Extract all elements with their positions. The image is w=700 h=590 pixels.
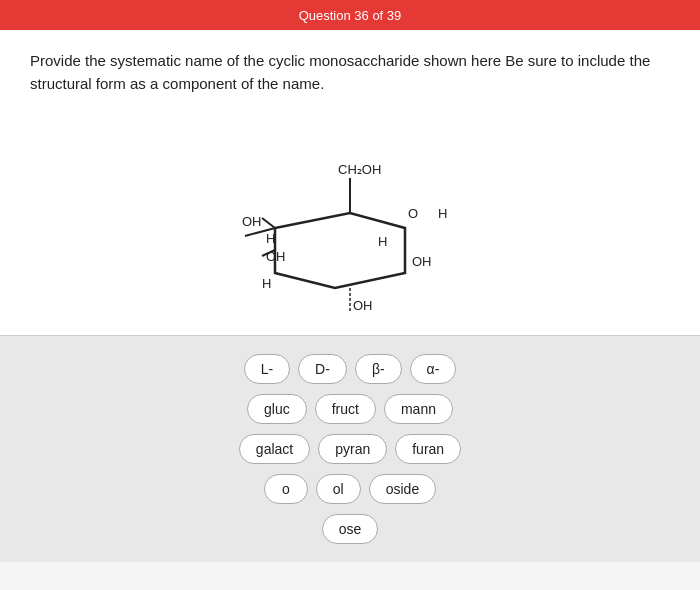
btn-ose[interactable]: ose (322, 514, 379, 544)
answer-area: L- D- β- α- gluc fruct mann galact pyran… (0, 336, 700, 562)
oh-left-label: OH (266, 249, 286, 264)
h-midright-label: H (378, 234, 387, 249)
h-right-label: H (438, 206, 447, 221)
btn-fruct[interactable]: fruct (315, 394, 376, 424)
btn-L[interactable]: L- (244, 354, 290, 384)
answer-row-3: galact pyran furan (239, 434, 461, 464)
oh-right-label: OH (412, 254, 432, 269)
question-text: Provide the systematic name of the cycli… (30, 50, 670, 95)
header-bar: Question 36 of 39 (0, 0, 700, 30)
oxygen-label: O (408, 206, 418, 221)
answer-row-2: gluc fruct mann (247, 394, 453, 424)
svg-line-3 (262, 218, 275, 228)
btn-ol[interactable]: ol (316, 474, 361, 504)
btn-gluc[interactable]: gluc (247, 394, 307, 424)
h-bottomleft-label: H (262, 276, 271, 291)
btn-o[interactable]: o (264, 474, 308, 504)
question-area: Provide the systematic name of the cycli… (0, 30, 700, 335)
question-counter: Question 36 of 39 (299, 8, 402, 23)
answer-row-5: ose (322, 514, 379, 544)
btn-D[interactable]: D- (298, 354, 347, 384)
molecule-svg: CH₂OH O H OH H OH H H OH OH (190, 118, 510, 318)
btn-beta[interactable]: β- (355, 354, 402, 384)
btn-furan[interactable]: furan (395, 434, 461, 464)
btn-galact[interactable]: galact (239, 434, 310, 464)
oh-topleft-label: OH (242, 214, 262, 229)
molecule-diagram: CH₂OH O H OH H OH H H OH OH (30, 105, 670, 325)
btn-oside[interactable]: oside (369, 474, 436, 504)
ch2oh-label: CH₂OH (338, 162, 381, 177)
h-left-inner-label: H (266, 231, 275, 246)
svg-marker-0 (275, 213, 405, 288)
btn-mann[interactable]: mann (384, 394, 453, 424)
answer-row-1: L- D- β- α- (244, 354, 457, 384)
btn-alpha[interactable]: α- (410, 354, 457, 384)
btn-pyran[interactable]: pyran (318, 434, 387, 464)
answer-row-4: o ol oside (264, 474, 436, 504)
oh-bottom-label: OH (353, 298, 373, 313)
